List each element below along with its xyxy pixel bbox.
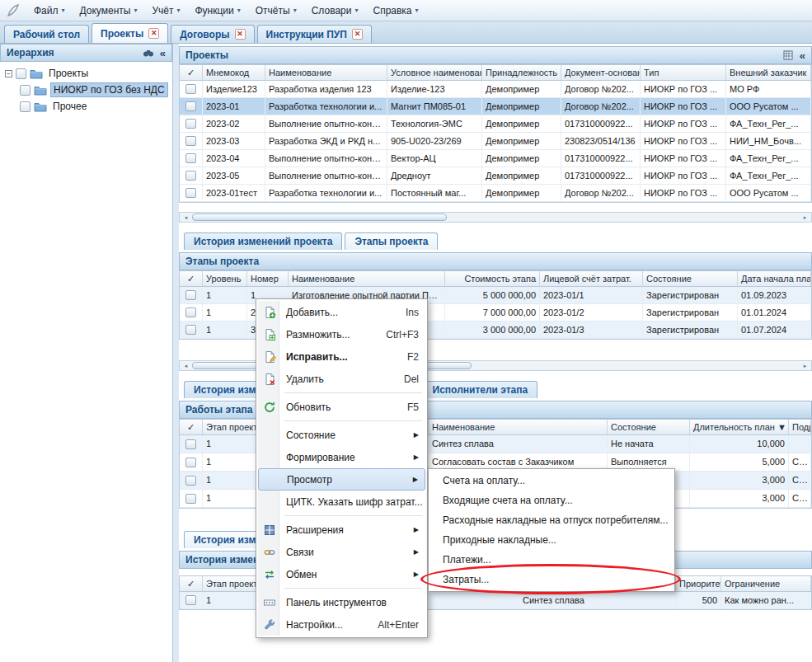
column-header[interactable]: Ограничение (721, 576, 811, 591)
menu-item[interactable]: Размножить...Ctrl+F3 (258, 323, 425, 345)
scroll-right-icon[interactable]: ▸ (800, 361, 810, 370)
menubar-item[interactable]: Функции▾ (187, 2, 247, 20)
table-row[interactable]: 2023-01тестРазработка технологии и...Пос… (180, 185, 811, 202)
column-header[interactable]: Приоритет (676, 576, 721, 591)
menu-item[interactable]: ЦИТК. Указать шифр затрат... (258, 491, 425, 513)
close-icon[interactable]: ✕ (352, 29, 363, 40)
column-header[interactable]: Состояние (608, 420, 690, 434)
checkbox[interactable] (16, 68, 26, 79)
column-header[interactable]: Подразделение (789, 420, 811, 434)
table-row[interactable]: 2023-05Выполнение опытно-конс...Дредноут… (180, 167, 811, 185)
horizontal-scrollbar[interactable]: ◂ ▸ (179, 212, 812, 223)
menubar-item[interactable]: Документы▾ (73, 2, 145, 20)
search-icon[interactable] (143, 48, 154, 58)
menubar-item[interactable]: Отчёты▾ (248, 2, 304, 20)
column-header[interactable]: Документ-основание (561, 65, 641, 80)
scroll-right-icon[interactable]: ▸ (800, 213, 810, 222)
menu-item[interactable]: Счета на оплату... (430, 471, 673, 491)
menu-item[interactable]: Настройки...Alt+Enter (258, 613, 425, 636)
scroll-left-icon[interactable]: ◂ (181, 361, 191, 370)
scrollbar-track[interactable] (192, 213, 799, 222)
menu-item[interactable]: Панель инструментов (258, 591, 425, 613)
collapse-section-icon[interactable]: « (800, 50, 805, 61)
menu-item[interactable]: Просмотр▶ (258, 468, 425, 491)
checkbox[interactable] (185, 458, 196, 467)
column-header[interactable]: Наименование (265, 65, 387, 80)
document-tab[interactable]: Инструкции ПУП✕ (257, 25, 372, 43)
menu-item[interactable]: Обмен▶ (258, 563, 425, 585)
menu-item[interactable]: УдалитьDel (258, 368, 425, 390)
close-icon[interactable]: ✕ (148, 28, 159, 39)
section-tab[interactable]: История изменений проекта (184, 232, 342, 250)
checkbox[interactable] (185, 153, 196, 163)
column-header[interactable]: Состояние (643, 271, 738, 286)
checkbox[interactable] (185, 188, 196, 198)
menu-item[interactable]: ОбновитьF5 (258, 396, 425, 418)
table-row[interactable]: 2023-03Разработка ЭКД и РКД н...905-U020… (180, 133, 811, 150)
column-header[interactable]: Стоимость этапа (445, 271, 540, 286)
menubar-item[interactable]: Справка▾ (365, 2, 425, 20)
table-row[interactable]: Изделие123Разработка изделия 123Изделие-… (180, 81, 811, 98)
section-tab[interactable]: Исполнители этапа (423, 381, 538, 398)
menu-item[interactable]: Затраты... (430, 570, 673, 589)
menu-item[interactable]: Приходные накладные... (430, 530, 673, 550)
checkbox[interactable] (185, 595, 196, 605)
column-header[interactable]: Уровень (203, 271, 247, 286)
checkbox[interactable] (185, 325, 196, 335)
menu-item[interactable]: Входящие счета на оплату... (430, 491, 673, 510)
table-row[interactable]: 2023-04Выполнение опытно-конс...Вектор-А… (180, 150, 811, 167)
checkbox[interactable] (185, 439, 196, 449)
column-header[interactable]: ✓ (180, 65, 203, 80)
menubar-item[interactable]: Словари▾ (304, 2, 366, 20)
tree-expander-icon[interactable]: − (5, 70, 12, 77)
section-tab[interactable]: Этапы проекта (345, 232, 438, 250)
column-header[interactable]: Лицевой счёт затрат. (540, 271, 643, 286)
checkbox[interactable] (185, 494, 196, 504)
table-row[interactable]: 2023-01Разработка технологии и...Магнит … (180, 98, 811, 115)
panel-splitter[interactable] (173, 44, 179, 662)
menu-item[interactable]: Состояние▶ (258, 424, 425, 446)
column-header[interactable]: Наименование (429, 420, 608, 434)
table-row[interactable]: 2023-02Выполнение опытно-конс...Технолог… (180, 115, 811, 133)
column-header[interactable]: Мнемокод (203, 65, 265, 80)
checkbox[interactable] (185, 84, 196, 94)
scroll-left-icon[interactable]: ◂ (181, 213, 191, 222)
checkbox[interactable] (20, 101, 31, 112)
checkbox[interactable] (185, 136, 196, 146)
checkbox[interactable] (185, 101, 196, 111)
column-header[interactable]: ✓ (180, 420, 203, 434)
menu-item[interactable]: Расширения▶ (258, 519, 425, 541)
document-tab[interactable]: Договоры✕ (171, 25, 254, 43)
tree-item[interactable]: −Проекты (0, 65, 172, 82)
menu-item[interactable]: Связи▶ (258, 541, 425, 563)
collapse-panel-icon[interactable]: « (160, 48, 166, 59)
checkbox[interactable] (20, 85, 31, 96)
tree-item[interactable]: Прочее (0, 98, 172, 115)
column-header[interactable]: Условное наименование (387, 65, 482, 80)
menu-item[interactable]: Добавить...Ins (258, 301, 425, 323)
close-icon[interactable]: ✕ (235, 29, 246, 40)
checkbox[interactable] (185, 290, 196, 300)
checkbox[interactable] (185, 476, 196, 486)
checkbox[interactable] (185, 308, 196, 317)
menu-item[interactable]: Исправить...F2 (258, 345, 425, 368)
column-header[interactable]: Наименование (289, 271, 445, 286)
column-header[interactable]: Номер (247, 271, 289, 286)
menubar-item[interactable]: Файл▾ (26, 2, 73, 20)
column-header[interactable]: ✓ (180, 576, 203, 591)
scrollbar-thumb[interactable] (192, 214, 447, 221)
column-header[interactable]: Принадлежность (482, 65, 561, 80)
document-tab[interactable]: Рабочий стол (4, 25, 89, 43)
checkbox[interactable] (185, 119, 196, 129)
column-header[interactable]: ✓ (180, 271, 203, 286)
document-tab[interactable]: Проекты✕ (92, 23, 168, 43)
menubar-item[interactable]: Учёт▾ (144, 2, 187, 20)
menu-item[interactable]: Расходные накладные на отпуск потребител… (430, 510, 673, 530)
column-header[interactable]: Длительность план ▼ (690, 420, 789, 434)
tree-item[interactable]: НИОКР по ГОЗ без НДС (0, 82, 172, 98)
column-header[interactable]: Тип (641, 65, 726, 80)
checkbox[interactable] (185, 171, 196, 181)
menu-item[interactable]: Формирование▶ (258, 446, 425, 468)
column-header[interactable]: Внешний заказчик (726, 65, 811, 80)
menu-item[interactable]: Платежи... (430, 550, 673, 570)
